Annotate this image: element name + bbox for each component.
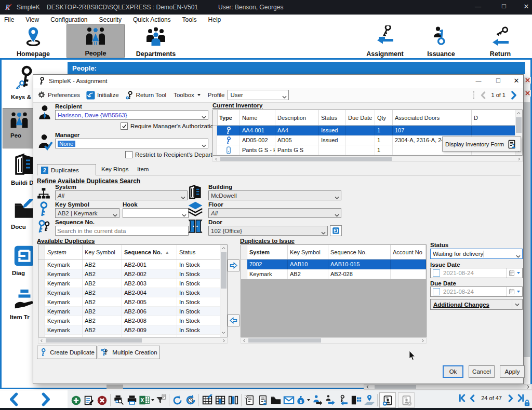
checkbox-checked-icon[interactable] [121, 122, 128, 130]
table-row[interactable]: AA4-001 AA4 Issued 1 107 [213, 126, 522, 135]
location-map-icon[interactable] [363, 393, 376, 407]
background-scrollbar[interactable] [524, 102, 530, 357]
dialog-minimize-button[interactable]: — [472, 77, 485, 84]
background-scrollbar-thumb[interactable] [107, 385, 123, 389]
table-row[interactable]: KeymarkAB2AB2-003In Stock [38, 279, 227, 288]
edit-record-icon[interactable] [83, 393, 96, 407]
table-row[interactable]: KeymarkAB2AB2-006In Stock [38, 307, 227, 316]
profile-select[interactable]: User [228, 90, 289, 100]
menu-help[interactable]: Help [208, 16, 221, 23]
remove-from-issue-button[interactable] [228, 315, 240, 326]
additional-changes-expander[interactable]: Additional Changes [430, 299, 523, 310]
date-checkbox-unchecked-icon[interactable] [433, 269, 440, 277]
next-record-icon[interactable] [509, 91, 518, 100]
issuance-button[interactable]: Issuance [419, 24, 463, 58]
refresh-icon[interactable] [171, 393, 184, 407]
money-icon[interactable] [295, 393, 311, 407]
maximize-button[interactable]: □ [496, 2, 512, 10]
available-vscrollbar[interactable] [220, 245, 227, 337]
previous-page-icon[interactable] [7, 392, 21, 406]
key-symbol-select[interactable]: AB2 | Keymark [55, 208, 119, 218]
next-page-icon[interactable] [38, 392, 52, 406]
toolbox-menu-button[interactable]: Toolbox [174, 92, 201, 98]
close-button[interactable]: ✕ [518, 3, 532, 10]
checkbox-unchecked-icon[interactable] [125, 151, 132, 158]
issue-hscrollbar[interactable] [241, 337, 427, 344]
manager-select[interactable]: None [55, 139, 208, 148]
tab-key-rings[interactable]: Key Rings [101, 166, 128, 172]
column-header[interactable]: Sequence No. [328, 245, 391, 259]
menu-configuration[interactable]: Configuration [50, 16, 87, 23]
building-select[interactable]: McDowell [208, 190, 341, 200]
scroll-left-icon[interactable] [366, 385, 369, 390]
document-person-icon[interactable] [256, 393, 269, 407]
person-card-remove-icon[interactable] [398, 392, 415, 408]
cancel-button[interactable]: Cancel [469, 365, 495, 378]
column-header[interactable]: Key Symbol [83, 245, 122, 259]
filter-icon[interactable] [154, 393, 167, 407]
door-plan-icon[interactable] [350, 393, 363, 407]
multiple-creation-button[interactable]: Multiple Creation [98, 346, 160, 359]
column-header[interactable]: Type [217, 110, 240, 125]
people-button[interactable]: People [66, 24, 125, 58]
print-preview-icon[interactable] [112, 393, 125, 407]
homepage-button[interactable]: Homepage [9, 24, 57, 58]
folder-icon[interactable] [269, 393, 282, 407]
initialize-button[interactable]: Initialize [86, 91, 119, 100]
inventory-hscrollbar[interactable] [212, 156, 523, 162]
menu-file[interactable]: File [4, 16, 14, 23]
first-page-icon[interactable] [458, 394, 467, 402]
floor-select[interactable]: All [208, 208, 341, 218]
person-assignment-icon[interactable] [311, 393, 324, 407]
grip-handle[interactable] [473, 91, 476, 99]
email-icon[interactable] [282, 393, 295, 407]
table-row[interactable]: KeymarkAB2AB2-005In Stock [38, 297, 227, 307]
due-date-field[interactable]: 2021-08-24 [430, 286, 523, 297]
recipient-select[interactable]: Harisson, Dave {WB5563} [55, 110, 208, 120]
column-header[interactable]: Name [240, 110, 275, 125]
dialog-close-button[interactable]: ✕ [510, 77, 523, 85]
menu-quick-actions[interactable]: Quick Actions [133, 16, 171, 23]
column-header[interactable]: Status [177, 245, 220, 259]
excel-export-icon[interactable] [138, 393, 154, 407]
date-checkbox-unchecked-icon[interactable] [433, 288, 440, 295]
background-hscrollbar[interactable] [364, 384, 532, 390]
require-authorization-checkbox[interactable]: Require Manager's Authorization [121, 122, 217, 130]
issue-date-field[interactable]: 2021-08-24 [430, 268, 523, 278]
table-row[interactable]: KeymarkAB2AB2-009In Stock [38, 325, 227, 335]
column-header[interactable]: System [247, 245, 288, 259]
next-page-icon[interactable] [507, 394, 514, 402]
menu-tools[interactable]: Tools [182, 16, 197, 23]
table-row[interactable]: 7002 AAB10 AAB10-015 [241, 259, 426, 269]
restrict-department-checkbox[interactable]: Restrict to Recipient's Department [125, 151, 225, 158]
sequence-search-input[interactable] [55, 226, 189, 236]
table-row[interactable]: Keymark AB2 AB2-028 [241, 269, 426, 279]
column-header[interactable]: Key Symbol [288, 245, 328, 259]
status-select[interactable]: Waiting for delivery [430, 249, 523, 259]
dock-close-icon[interactable] [524, 90, 531, 97]
calendar-picker-button[interactable] [506, 268, 522, 278]
add-to-issue-button[interactable] [228, 259, 240, 271]
column-header[interactable]: Due Date [346, 110, 375, 125]
column-header[interactable]: Account No [391, 245, 426, 259]
table-row[interactable]: KeymarkAB2AB2-002In Stock [38, 269, 227, 279]
assignment-button[interactable]: Assignment [362, 24, 408, 58]
add-record-icon[interactable] [70, 393, 83, 407]
scrollbar-thumb[interactable] [375, 385, 416, 389]
tab-item[interactable]: Item [137, 166, 149, 172]
column-header[interactable]: System [45, 245, 83, 259]
dock-close-icon[interactable] [524, 77, 531, 84]
grid-edit-icon[interactable] [201, 393, 214, 407]
return-tool-button[interactable]: Return Tool [125, 91, 167, 100]
table-row[interactable]: KeymarkAB2AB2-004In Stock [38, 288, 227, 297]
previous-record-icon[interactable] [480, 91, 487, 99]
column-header[interactable]: Associated Doors [393, 110, 472, 125]
preferences-button[interactable]: Preferences [37, 91, 80, 99]
ok-button[interactable]: Ok [443, 365, 463, 378]
refresh-history-icon[interactable] [184, 393, 197, 407]
menu-view[interactable]: View [25, 16, 39, 23]
return-button[interactable]: Return [479, 24, 522, 58]
calendar-picker-button[interactable] [506, 287, 522, 296]
menu-security[interactable]: Security [99, 16, 122, 23]
person-card-add-icon[interactable] [379, 392, 396, 408]
